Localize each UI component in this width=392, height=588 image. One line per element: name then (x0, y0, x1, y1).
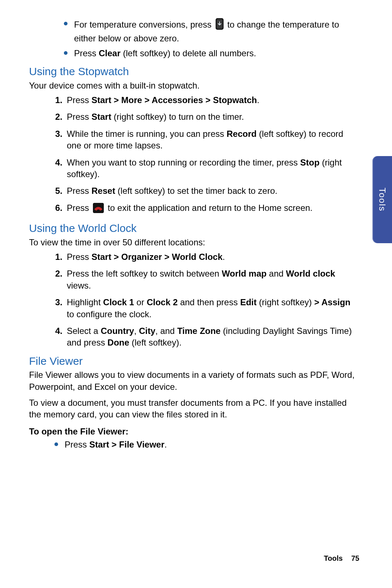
bullet-item: Press Clear (left softkey) to delete all… (64, 48, 359, 59)
bold-text: Time Zone (177, 326, 221, 336)
bold-text: Country (101, 326, 134, 336)
step-item: Press to exit the application and return… (55, 202, 359, 216)
bold-text: > Assign (314, 297, 351, 307)
bold-text: Clock 1 (103, 297, 134, 307)
heading-fileviewer: File Viewer (29, 354, 359, 369)
bold-text: Start > File Viewer (89, 440, 164, 449)
bold-text: World clock (286, 269, 335, 278)
bullet-item: Press Start > File Viewer. (54, 439, 359, 450)
down-arrow-key-icon (216, 18, 224, 33)
stopwatch-steps: Press Start > More > Accessories > Stopw… (29, 94, 359, 216)
end-call-key-icon (93, 203, 104, 216)
fileviewer-bullet-list: Press Start > File Viewer. (29, 439, 359, 450)
top-bullet-list: For temperature conversions, press to ch… (29, 18, 359, 59)
page-footer: Tools 75 (324, 554, 359, 563)
bold-text: Reset (91, 186, 115, 196)
page-body: For temperature conversions, press to ch… (0, 0, 392, 476)
step-item: Press Reset (left softkey) to set the ti… (55, 185, 359, 197)
fileviewer-para2: To view a document, you must transfer do… (29, 397, 359, 421)
heading-worldclock: Using the World Clock (29, 221, 359, 236)
bold-text: Start > Organizer > World Clock (91, 252, 222, 262)
bold-text: City (139, 326, 155, 336)
step-item: Select a Country, City, and Time Zone (i… (55, 325, 359, 349)
step-item: While the timer is running, you can pres… (55, 128, 359, 152)
step-item: Press the left softkey to switch between… (55, 268, 359, 291)
fileviewer-para1: File Viewer allows you to view documents… (29, 369, 359, 393)
footer-page: 75 (351, 554, 359, 562)
section-tab-label: Tools (377, 188, 387, 212)
fileviewer-subhead: To open the File Viewer: (29, 426, 359, 437)
bold-text: Start > More > Accessories > Stopwatch (91, 95, 257, 105)
bold-text: Stop (300, 158, 319, 167)
stopwatch-intro: Your device comes with a built-in stopwa… (29, 80, 359, 91)
bold-text: Clear (99, 48, 121, 58)
heading-stopwatch: Using the Stopwatch (29, 64, 359, 79)
step-item: When you want to stop running or recordi… (55, 157, 359, 180)
step-item: Press Start > Organizer > World Clock. (55, 251, 359, 263)
bold-text: Clock 2 (147, 297, 177, 307)
footer-section: Tools (324, 554, 343, 562)
step-item: Press Start > More > Accessories > Stopw… (55, 94, 359, 106)
worldclock-intro: To view the time in over 50 different lo… (29, 237, 359, 248)
step-item: Press Start (right softkey) to turn on t… (55, 111, 359, 123)
step-item: Highlight Clock 1 or Clock 2 and then pr… (55, 297, 359, 320)
bullet-item: For temperature conversions, press to ch… (64, 18, 359, 45)
worldclock-steps: Press Start > Organizer > World Clock.Pr… (29, 251, 359, 349)
bold-text: Done (107, 338, 129, 347)
bold-text: Record (226, 129, 257, 139)
bold-text: Start (91, 112, 111, 122)
section-tab: Tools (372, 156, 392, 243)
bold-text: Edit (240, 297, 257, 307)
bold-text: World map (222, 269, 267, 278)
